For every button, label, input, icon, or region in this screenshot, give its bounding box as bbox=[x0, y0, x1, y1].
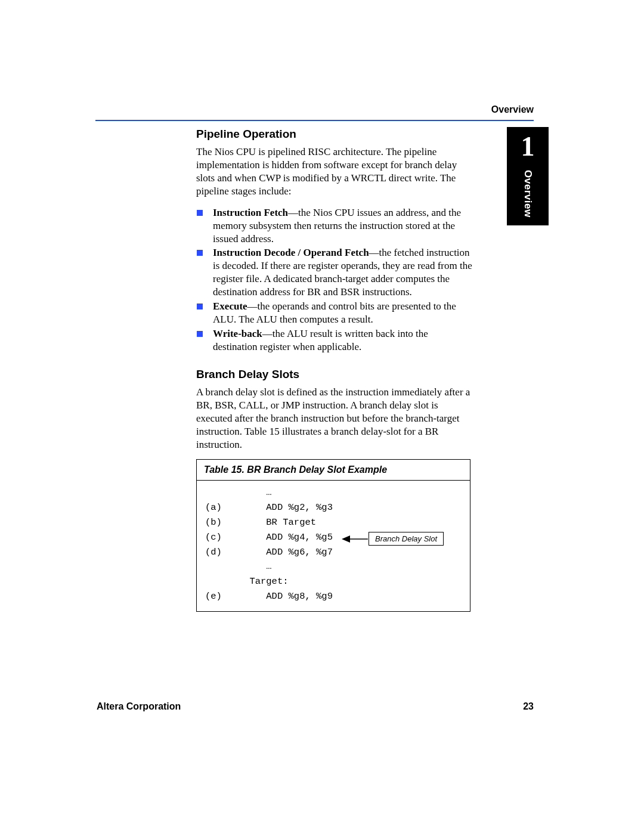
code-row: … bbox=[205, 485, 462, 500]
bullet-text: Instruction Fetch—the Nios CPU issues an… bbox=[213, 206, 473, 246]
section1-para: The Nios CPU is pipelined RISC architect… bbox=[196, 145, 473, 198]
svg-marker-5 bbox=[342, 535, 350, 543]
square-bullet-icon bbox=[196, 246, 213, 257]
bullet-text: Write-back—the ALU result is written bac… bbox=[213, 327, 473, 354]
code-row: Target: bbox=[205, 574, 462, 589]
section2-para: A branch delay slot is defined as the in… bbox=[196, 386, 473, 451]
code-listing: … (a) ADD %g2, %g3 (b) BR Target (c) ADD… bbox=[197, 481, 470, 611]
list-item: Execute—the operands and control bits ar… bbox=[196, 300, 473, 326]
square-bullet-icon bbox=[196, 300, 213, 311]
svg-rect-0 bbox=[197, 210, 203, 216]
square-bullet-icon bbox=[196, 206, 213, 217]
footer-page-number: 23 bbox=[523, 701, 534, 712]
arrow-left-icon bbox=[342, 535, 369, 543]
code-row: (d) ADD %g6, %g7 bbox=[205, 545, 462, 560]
svg-rect-3 bbox=[197, 331, 203, 337]
chapter-tab: 1 Overview bbox=[507, 127, 549, 225]
page: Overview 1 Overview Pipeline Operation T… bbox=[0, 0, 644, 833]
square-bullet-icon bbox=[196, 327, 213, 338]
svg-rect-2 bbox=[197, 304, 203, 309]
section-title-branch: Branch Delay Slots bbox=[196, 368, 473, 381]
pipeline-bullet-list: Instruction Fetch—the Nios CPU issues an… bbox=[196, 206, 473, 354]
list-item: Write-back—the ALU result is written bac… bbox=[196, 327, 473, 354]
chapter-label: Overview bbox=[522, 170, 534, 218]
section-title-pipeline: Pipeline Operation bbox=[196, 128, 473, 141]
list-item: Instruction Decode / Operand Fetch—the f… bbox=[196, 246, 473, 299]
header-rule bbox=[95, 120, 534, 121]
content-column: Pipeline Operation The Nios CPU is pipel… bbox=[196, 128, 473, 612]
branch-delay-annotation: Branch Delay Slot bbox=[369, 532, 444, 546]
bullet-text: Instruction Decode / Operand Fetch—the f… bbox=[213, 246, 473, 299]
chapter-number: 1 bbox=[507, 127, 549, 160]
svg-rect-1 bbox=[197, 250, 203, 256]
table-15: Table 15. BR Branch Delay Slot Example …… bbox=[196, 459, 470, 611]
code-row: (b) BR Target bbox=[205, 515, 462, 530]
footer-company: Altera Corporation bbox=[97, 701, 181, 712]
header-section-label: Overview bbox=[491, 104, 534, 115]
code-row: (a) ADD %g2, %g3 bbox=[205, 500, 462, 515]
bullet-text: Execute—the operands and control bits ar… bbox=[213, 300, 473, 326]
code-row: … bbox=[205, 559, 462, 574]
code-row: (e) ADD %g8, %g9 bbox=[205, 589, 462, 604]
table-caption: Table 15. BR Branch Delay Slot Example bbox=[197, 460, 470, 481]
list-item: Instruction Fetch—the Nios CPU issues an… bbox=[196, 206, 473, 246]
